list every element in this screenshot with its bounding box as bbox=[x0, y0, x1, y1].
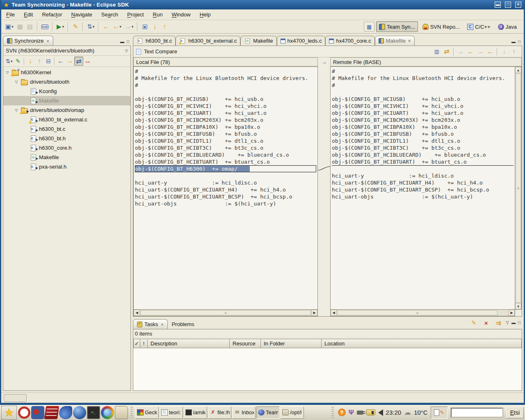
taskbar-window-button[interactable]: Team bbox=[256, 406, 280, 419]
incoming-mode-button[interactable]: ← bbox=[56, 57, 65, 66]
start-menu-button[interactable]: ★ bbox=[1, 406, 17, 420]
clock[interactable]: 23:20 bbox=[386, 409, 402, 416]
help-tray-icon[interactable]: ? bbox=[338, 409, 346, 416]
close-icon[interactable]: × bbox=[408, 38, 411, 44]
run-button[interactable]: ▶▾ bbox=[55, 22, 66, 32]
panel-grip[interactable] bbox=[130, 407, 133, 418]
tasks-column-header[interactable]: Location bbox=[321, 339, 522, 348]
open-perspective-button[interactable]: ▦ bbox=[364, 22, 374, 32]
copy-current-right-button[interactable]: → bbox=[475, 47, 485, 56]
chevron-down-icon[interactable]: ▾ bbox=[132, 25, 134, 29]
menu-run[interactable]: Run bbox=[153, 11, 163, 18]
remote-h-scrollbar[interactable]: ◀ ≡ ▶ bbox=[330, 310, 515, 316]
scrollbar-thumb[interactable]: ≡ bbox=[516, 73, 521, 303]
scroll-left-icon[interactable]: ◀ bbox=[331, 310, 337, 316]
local-code-area[interactable]: ## Makefile for the Linux Bluetooth HCI … bbox=[133, 66, 318, 310]
remote-v-scrollbar[interactable]: ▲ ≡ ▼ bbox=[515, 66, 522, 310]
chevron-down-icon[interactable]: ▾ bbox=[93, 25, 95, 29]
taskbar-window-button[interactable]: ✗ file:/h bbox=[208, 406, 231, 419]
forward-button[interactable]: →▾ bbox=[123, 22, 135, 32]
expand-arrow-icon[interactable]: ▽ bbox=[14, 80, 19, 84]
maximize-window-button[interactable]: □ bbox=[505, 2, 511, 8]
antenna-tray-icon[interactable]: Ψ bbox=[349, 409, 354, 416]
tree-item[interactable]: ▽ C h6300Kernel bbox=[3, 68, 130, 77]
perspective-button[interactable]: C C/C++ bbox=[464, 21, 493, 32]
previous-change-button[interactable]: ↑ bbox=[35, 57, 44, 66]
mozilla-globe-icon[interactable] bbox=[73, 406, 86, 419]
menu-project[interactable]: Project bbox=[127, 11, 144, 18]
editor-tab[interactable]: ◎ Makefile bbox=[240, 36, 276, 46]
next-annotation-button[interactable]: ↓ bbox=[150, 22, 160, 32]
both-mode-button[interactable]: ⇄ bbox=[74, 57, 83, 66]
taskbar-window-button[interactable]: teori: bbox=[160, 406, 183, 419]
new-wizard-button[interactable]: ▣▾ bbox=[4, 22, 15, 32]
close-icon[interactable]: × bbox=[47, 39, 49, 43]
swap-panes-button[interactable]: ⇄ bbox=[442, 47, 452, 56]
tab-tasks[interactable]: Tasks × bbox=[133, 319, 168, 329]
perspective-button[interactable]: J Java bbox=[495, 21, 520, 32]
marker-button[interactable]: ✎ bbox=[71, 22, 80, 32]
scroll-up-icon[interactable]: ▲ bbox=[515, 67, 521, 73]
notes-applet-button[interactable]: ✎ bbox=[431, 406, 448, 419]
delete-task-button[interactable]: × bbox=[481, 318, 491, 327]
perspective-button[interactable]: SVN Repo... bbox=[420, 21, 463, 32]
view-menu-icon[interactable]: ▽ bbox=[506, 321, 509, 325]
tasks-column-header[interactable]: Description bbox=[147, 339, 230, 348]
tab-synchronize[interactable]: Synchronize × bbox=[3, 36, 53, 46]
taskbar-window-button[interactable]: Geck bbox=[135, 406, 159, 419]
conflicts-mode-button[interactable]: ↔ bbox=[83, 57, 92, 66]
selection-mode-button[interactable]: ▣ bbox=[140, 22, 150, 32]
tasks-column-header[interactable]: ✓ bbox=[133, 339, 140, 348]
editor-tab[interactable]: c h6300_bt_external.c bbox=[176, 36, 240, 46]
scrollbar-track[interactable] bbox=[498, 310, 509, 316]
scroll-left-icon[interactable]: ◀ bbox=[134, 310, 140, 316]
last-edit-location-button[interactable]: ← bbox=[101, 22, 111, 32]
scrollbar-thumb[interactable]: ≡ bbox=[140, 310, 311, 315]
next-difference-button[interactable]: ↓ bbox=[499, 47, 509, 56]
menu-refactor[interactable]: Refactor bbox=[42, 11, 62, 18]
menu-edit[interactable]: Edit bbox=[24, 11, 33, 18]
chevron-down-icon[interactable]: ▾ bbox=[62, 25, 64, 29]
taskbar-window-button[interactable]: /opt/l bbox=[281, 406, 304, 419]
maximize-view-icon[interactable]: □ bbox=[127, 40, 129, 44]
synchronize-now-button[interactable]: ⇅▾ bbox=[5, 57, 14, 66]
tree-item[interactable]: c▶ h6300_bt.c bbox=[3, 124, 130, 134]
speaker-icon[interactable] bbox=[378, 409, 383, 416]
perspective-button[interactable]: Team Syn... bbox=[376, 21, 418, 32]
tasks-column-header[interactable]: Resource bbox=[229, 339, 261, 348]
synchronize-button[interactable]: ⇅▾ bbox=[85, 22, 96, 32]
lifesaver-icon[interactable] bbox=[18, 406, 30, 419]
tree-item[interactable]: ▽ ▶ drivers/bluetooth/omap bbox=[3, 105, 130, 115]
tree-item[interactable]: c▶ h6300_bt.h bbox=[3, 134, 130, 143]
temperature[interactable]: 10°C bbox=[414, 409, 428, 416]
menu-search[interactable]: Search bbox=[101, 11, 118, 18]
maximize-view-icon[interactable]: □ bbox=[518, 40, 520, 44]
back-button[interactable]: ←▾ bbox=[111, 22, 123, 32]
tree-item[interactable]: c▶ h6300_core.h bbox=[3, 143, 130, 153]
editor-tab[interactable]: hx4700_core.c bbox=[325, 36, 374, 46]
tab-problems[interactable]: Problems bbox=[168, 319, 199, 329]
chevron-down-icon[interactable]: ▾ bbox=[119, 25, 121, 29]
collapse-all-button[interactable]: ⊟ bbox=[44, 57, 53, 66]
local-h-scrollbar[interactable]: ◀ ≡ ▶ bbox=[133, 310, 318, 316]
editor-tab[interactable]: c h6300_bt.c bbox=[133, 36, 176, 46]
save-button[interactable]: ▦ bbox=[15, 22, 25, 32]
wallet-tray-icon[interactable] bbox=[366, 409, 375, 415]
copy-current-left-button[interactable]: ← bbox=[485, 47, 495, 56]
minimize-view-icon[interactable]: ▬ bbox=[511, 321, 516, 325]
taskbar-window-button[interactable]: lamik bbox=[184, 406, 207, 419]
browser-globe-icon[interactable] bbox=[101, 406, 114, 419]
next-change-button[interactable]: ↓ bbox=[26, 57, 35, 66]
title-bar[interactable]: ★ Team Synchronizing - Makefile - Eclips… bbox=[1, 0, 524, 9]
minimize-view-icon[interactable]: ▬ bbox=[120, 40, 124, 44]
chevron-down-icon[interactable]: ▾ bbox=[11, 59, 12, 63]
menu-help[interactable]: Help bbox=[200, 11, 211, 18]
books-icon[interactable] bbox=[44, 406, 59, 419]
search-input[interactable] bbox=[451, 408, 503, 418]
minimize-view-icon[interactable]: ▬ bbox=[511, 40, 516, 44]
tree-item[interactable]: c▶ h6300_bt_external.c bbox=[3, 115, 130, 124]
scroll-right-icon[interactable]: ▶ bbox=[311, 310, 317, 316]
expand-arrow-icon[interactable]: ▽ bbox=[5, 71, 10, 75]
power-plug-icon[interactable] bbox=[357, 411, 363, 415]
add-task-button[interactable]: ✎ bbox=[469, 318, 479, 327]
